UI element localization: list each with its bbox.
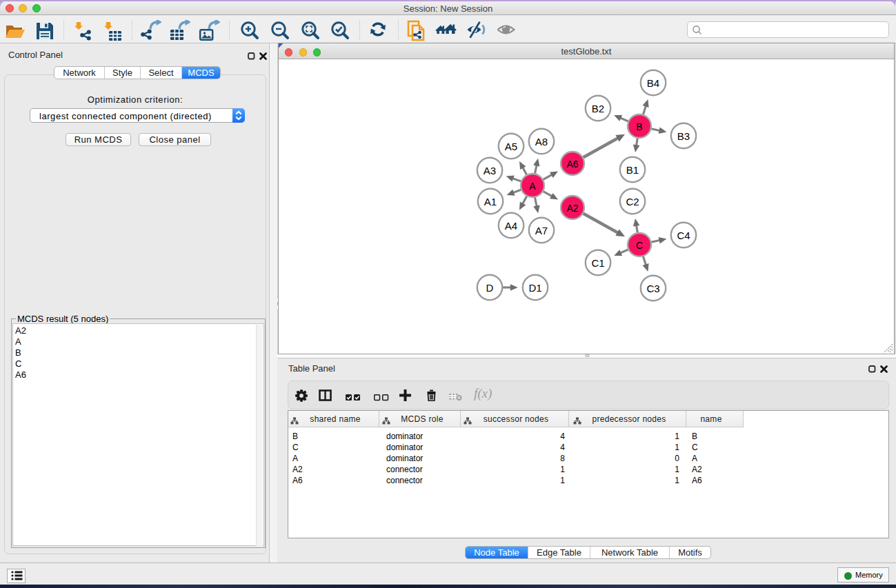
svg-text:A4: A4 (505, 220, 517, 232)
svg-text:A8: A8 (535, 136, 548, 148)
svg-text:D1: D1 (528, 282, 541, 294)
svg-text:C3: C3 (646, 283, 659, 294)
svg-text:B1: B1 (626, 164, 639, 176)
svg-text:B4: B4 (647, 77, 659, 89)
svg-text:A5: A5 (505, 141, 517, 152)
svg-text:C: C (636, 240, 643, 251)
svg-text:C2: C2 (626, 196, 639, 207)
svg-text:A2: A2 (566, 203, 578, 214)
svg-text:C1: C1 (591, 257, 604, 269)
svg-text:A6: A6 (566, 159, 578, 170)
svg-text:D: D (486, 282, 494, 294)
svg-text:A1: A1 (484, 196, 497, 207)
svg-text:B3: B3 (677, 130, 690, 142)
svg-text:C4: C4 (677, 230, 690, 241)
svg-text:A7: A7 (535, 225, 548, 236)
svg-text:B2: B2 (592, 103, 604, 114)
svg-text:A3: A3 (484, 165, 496, 176)
svg-text:A: A (529, 181, 536, 192)
svg-text:B: B (636, 121, 642, 132)
